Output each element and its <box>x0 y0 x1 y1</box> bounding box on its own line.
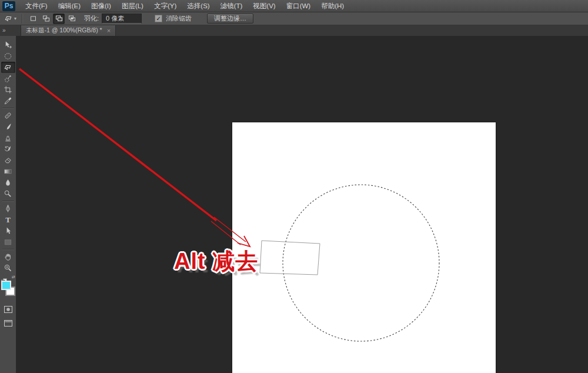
feather-label: 羽化: <box>84 14 99 23</box>
new-selection-button[interactable] <box>27 14 39 24</box>
menu-item-6[interactable]: 滤镜(T) <box>215 0 248 12</box>
toolbar-divider <box>2 108 14 109</box>
new-selection-icon <box>29 15 37 22</box>
hand-icon <box>4 252 12 261</box>
blur-icon <box>4 178 12 187</box>
tool-spot-healing[interactable] <box>1 110 15 121</box>
photoshop-logo: Ps <box>2 1 15 11</box>
add-to-selection-icon <box>42 15 50 22</box>
quick-mask-icon <box>4 305 13 314</box>
antialias-label: 消除锯齿 <box>166 14 192 23</box>
color-swatches: ⇄ <box>0 275 16 301</box>
screen-mode-icon <box>4 319 13 327</box>
menu-item-9[interactable]: 帮助(H) <box>316 0 349 12</box>
toolbar-divider <box>2 201 14 202</box>
options-bar: ▾ 羽化: 0 像素 ✓ 消除锯齿 调整边缘… <box>0 12 588 25</box>
feather-input[interactable]: 0 像素 <box>102 14 142 24</box>
options-separator <box>22 14 23 24</box>
tool-brush[interactable] <box>1 121 15 132</box>
tool-quick-selection[interactable] <box>1 73 15 84</box>
tool-clone-stamp[interactable] <box>1 132 15 144</box>
menu-item-1[interactable]: 编辑(E) <box>53 0 86 12</box>
tab-close-icon[interactable]: × <box>107 27 111 34</box>
zoom-icon <box>4 264 12 272</box>
intersect-with-selection-icon <box>68 15 76 22</box>
menu-item-8[interactable]: 窗口(W) <box>281 0 316 12</box>
tab-bar: » 未标题-1 @ 100%(RGB/8) * × <box>0 25 588 36</box>
canvas-area[interactable]: Alt 减去 <box>16 36 588 373</box>
polygonal-lasso-icon <box>4 14 13 23</box>
subtract-from-selection-button[interactable] <box>53 14 65 24</box>
antialias-checkbox[interactable]: ✓ 消除锯齿 <box>155 14 192 23</box>
marquee-icon <box>4 52 12 61</box>
menu-item-3[interactable]: 图层(L) <box>116 0 149 12</box>
subtract-from-selection-icon <box>55 15 63 22</box>
tool-path-selection[interactable] <box>1 225 15 237</box>
foreground-color-swatch[interactable] <box>1 281 11 290</box>
lasso-icon <box>4 63 12 72</box>
chevron-down-icon[interactable]: ▾ <box>14 16 16 21</box>
add-to-selection-button[interactable] <box>40 14 52 24</box>
tool-lasso[interactable] <box>1 62 15 73</box>
menu: 文件(F)编辑(E)图像(I)图层(L)文字(Y)选择(S)滤镜(T)视图(V)… <box>20 0 349 12</box>
refine-edge-button[interactable]: 调整边缘… <box>207 14 253 24</box>
toolbar-divider <box>2 249 14 250</box>
annotation-text: Alt 减去 <box>174 249 258 275</box>
menu-item-7[interactable]: 视图(V) <box>248 0 280 12</box>
eyedropper-icon <box>4 96 12 105</box>
tool-move[interactable] <box>1 39 15 51</box>
history-brush-icon <box>4 145 12 154</box>
gradient-icon <box>4 167 12 176</box>
intersect-with-selection-button[interactable] <box>66 14 78 24</box>
tool-gradient[interactable] <box>1 166 15 177</box>
tool-eraser[interactable] <box>1 155 15 166</box>
menu-item-2[interactable]: 图像(I) <box>86 0 116 12</box>
tool-pen[interactable] <box>1 203 15 214</box>
tool-preset-button[interactable]: ▾ <box>0 14 18 23</box>
document-tab-title: 未标题-1 @ 100%(RGB/8) * <box>26 26 102 35</box>
tool-marquee[interactable] <box>1 51 15 62</box>
tool-crop[interactable] <box>1 84 15 95</box>
tutorial-arrow <box>19 69 250 247</box>
crop-icon <box>4 85 12 94</box>
svg-text:T: T <box>5 215 11 224</box>
tool-type[interactable]: T <box>1 214 15 225</box>
eraser-icon <box>4 156 12 165</box>
tool-shape[interactable] <box>1 237 15 248</box>
tools-panel: T ⇄ <box>0 36 16 373</box>
path-selection-icon <box>4 227 12 235</box>
tool-eyedropper[interactable] <box>1 95 15 106</box>
tool-dodge[interactable] <box>1 188 15 199</box>
tool-list: T <box>1 39 15 274</box>
type-icon: T <box>4 215 12 224</box>
document[interactable] <box>232 122 496 373</box>
menu-item-0[interactable]: 文件(F) <box>20 0 53 12</box>
workspace: T ⇄ <box>0 36 588 373</box>
menu-item-4[interactable]: 文字(Y) <box>149 0 182 12</box>
photoshop-window: Ps 文件(F)编辑(E)图像(I)图层(L)文字(Y)选择(S)滤镜(T)视图… <box>0 0 588 373</box>
document-tab[interactable]: 未标题-1 @ 100%(RGB/8) * × <box>21 25 116 36</box>
menubar: Ps 文件(F)编辑(E)图像(I)图层(L)文字(Y)选择(S)滤镜(T)视图… <box>0 0 588 12</box>
tool-blur[interactable] <box>1 177 15 188</box>
shape-icon <box>4 238 12 247</box>
dodge-icon <box>4 189 12 198</box>
panel-collapse-icon[interactable]: » <box>0 25 16 36</box>
selection-mode-group <box>26 14 78 24</box>
quick-mask-button[interactable] <box>1 304 15 315</box>
pen-icon <box>4 204 12 213</box>
screen-mode-button[interactable] <box>1 318 15 328</box>
clone-stamp-icon <box>4 134 12 142</box>
tool-zoom[interactable] <box>1 262 15 274</box>
brush-icon <box>4 122 12 131</box>
tool-hand[interactable] <box>1 251 15 262</box>
spot-healing-icon <box>4 111 12 120</box>
checkbox-check-icon: ✓ <box>155 15 162 22</box>
swap-colors-icon[interactable]: ⇄ <box>12 275 15 279</box>
tool-history-brush[interactable] <box>1 144 15 155</box>
move-icon <box>4 41 12 49</box>
menu-item-5[interactable]: 选择(S) <box>182 0 215 12</box>
quick-selection-icon <box>4 74 12 83</box>
